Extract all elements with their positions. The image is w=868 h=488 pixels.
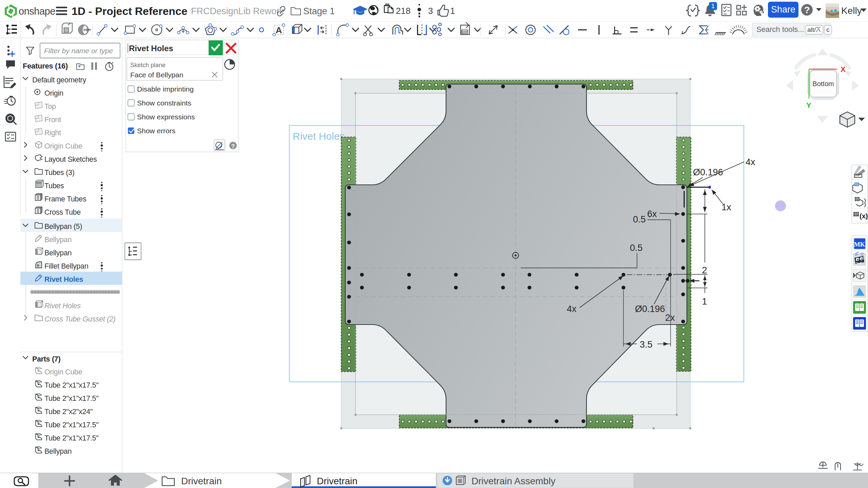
svg-text:Drivetrain: Drivetrain	[181, 476, 222, 486]
svg-text:X: X	[841, 65, 846, 74]
svg-text:Default geometry: Default geometry	[32, 76, 86, 84]
svg-text:Show errors: Show errors	[137, 127, 175, 135]
svg-text:1: 1	[450, 6, 455, 16]
svg-text:218: 218	[396, 6, 410, 16]
svg-text:Features (16): Features (16)	[23, 62, 68, 70]
svg-text:MK: MK	[854, 241, 865, 248]
svg-text:Cross Tube Gusset (2): Cross Tube Gusset (2)	[44, 315, 116, 323]
svg-text:Cross Tube: Cross Tube	[44, 208, 81, 216]
svg-text:Tubes: Tubes	[44, 182, 64, 190]
svg-text:Rivet Holes: Rivet Holes	[44, 302, 81, 310]
svg-text:Tube 2"x1"x17.5": Tube 2"x1"x17.5"	[44, 434, 99, 442]
svg-text:1: 1	[711, 2, 715, 9]
svg-text:Ø0.196: Ø0.196	[635, 304, 665, 314]
svg-text:Tube 2"x2"x24": Tube 2"x2"x24"	[44, 408, 93, 416]
svg-text:c: c	[826, 26, 830, 33]
svg-text:Tube 2"x1"x17.5": Tube 2"x1"x17.5"	[44, 381, 99, 389]
svg-text:3: 3	[428, 6, 433, 16]
svg-text:Tube 2"x1"x17.5": Tube 2"x1"x17.5"	[44, 394, 99, 403]
svg-text:6x: 6x	[647, 209, 657, 219]
svg-text:Rivet Holes: Rivet Holes	[293, 131, 345, 142]
svg-text:onshape: onshape	[19, 6, 55, 17]
svg-text:1D - Project Reference: 1D - Project Reference	[72, 5, 187, 17]
svg-text:Front: Front	[44, 116, 61, 124]
svg-text:Tubes (3): Tubes (3)	[44, 169, 75, 177]
svg-text:Origin Cube: Origin Cube	[44, 142, 82, 150]
svg-text:Rivet Holes: Rivet Holes	[44, 275, 83, 284]
svg-text:?: ?	[231, 143, 235, 150]
svg-text:(x): (x)	[860, 212, 868, 220]
svg-text:2x: 2x	[665, 313, 675, 323]
svg-text:Search tools...: Search tools...	[756, 25, 804, 34]
svg-text:Parts (7): Parts (7)	[32, 355, 60, 363]
svg-text:Bellypan: Bellypan	[44, 236, 72, 244]
svg-text:Ø0.196: Ø0.196	[693, 167, 723, 177]
svg-text:Bottom: Bottom	[812, 80, 834, 87]
svg-text:4x: 4x	[746, 157, 755, 167]
svg-text:FRCDesignLib Rework: FRCDesignLib Rework	[191, 6, 284, 16]
svg-text:Tube 2"x1"x17.5": Tube 2"x1"x17.5"	[44, 421, 99, 429]
svg-text:Show expressions: Show expressions	[137, 113, 195, 121]
svg-text:4x: 4x	[567, 304, 577, 314]
svg-text:Frame Tubes: Frame Tubes	[44, 195, 86, 203]
svg-text:?: ?	[804, 5, 810, 15]
svg-text:Y: Y	[806, 101, 811, 110]
svg-text:Bellypan: Bellypan	[44, 447, 72, 455]
svg-text:Drivetrain Assembly: Drivetrain Assembly	[471, 476, 555, 486]
svg-text:Share: Share	[771, 4, 795, 15]
svg-text:DXF: DXF	[462, 30, 468, 34]
svg-text:Disable imprinting: Disable imprinting	[137, 85, 194, 93]
svg-text:Face of Bellypan: Face of Bellypan	[130, 71, 183, 79]
svg-text:Layout Sketches: Layout Sketches	[44, 155, 97, 163]
svg-text:Drivetrain: Drivetrain	[317, 476, 358, 486]
svg-text:Bellypan: Bellypan	[44, 249, 72, 257]
svg-text:Filter by name or type: Filter by name or type	[44, 47, 113, 55]
svg-text:Sketch plane: Sketch plane	[130, 62, 166, 69]
svg-text:Origin Cube: Origin Cube	[44, 368, 82, 376]
svg-text:2: 2	[702, 265, 707, 275]
svg-text:Show constraints: Show constraints	[137, 99, 191, 107]
svg-text:Bellypan (5): Bellypan (5)	[44, 222, 82, 231]
svg-text:Right: Right	[44, 129, 61, 137]
svg-text:Fillet Bellypan: Fillet Bellypan	[44, 262, 88, 270]
svg-text:Top: Top	[44, 102, 56, 111]
svg-text:Rivet Holes: Rivet Holes	[129, 44, 173, 53]
svg-text:alt/: alt/	[807, 26, 816, 33]
svg-text:1: 1	[702, 296, 707, 307]
svg-text:Stage 1: Stage 1	[303, 6, 335, 16]
svg-text:0.5: 0.5	[630, 243, 643, 253]
svg-text:0.5: 0.5	[633, 214, 646, 225]
svg-text:3.5: 3.5	[640, 339, 653, 350]
svg-text:Kelly: Kelly	[841, 5, 862, 16]
svg-text:Origin: Origin	[44, 89, 63, 97]
svg-text:A: A	[276, 25, 282, 35]
